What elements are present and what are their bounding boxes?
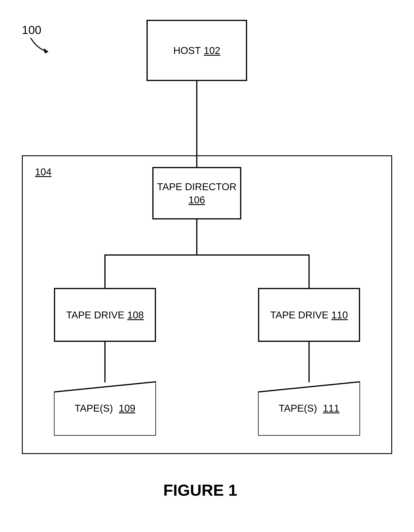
- connector-director-stub: [196, 219, 197, 254]
- tape-director-ref: 106: [189, 194, 205, 205]
- tape-drive-left-block: TAPE DRIVE 108: [54, 288, 156, 342]
- svg-marker-0: [44, 48, 48, 54]
- container-ref: 104: [35, 166, 51, 178]
- tape-drive-right-block: TAPE DRIVE 110: [258, 288, 360, 342]
- connector-to-drive-right: [308, 254, 310, 288]
- diagram-stage: 100 HOST 102 104 TAPE DIRECTOR 106 TAPE …: [0, 0, 414, 532]
- tape-right-block: TAPE(S) 111: [258, 376, 360, 436]
- tape-left-ref: 109: [119, 402, 135, 414]
- figure-ref-number: 100: [22, 23, 41, 37]
- tape-drive-left-name: TAPE DRIVE: [66, 309, 124, 321]
- host-block: HOST 102: [146, 20, 247, 81]
- tape-director-name: TAPE DIRECTOR: [157, 181, 236, 192]
- tape-drive-right-name: TAPE DRIVE: [270, 309, 328, 321]
- tape-left-block: TAPE(S) 109: [54, 376, 156, 436]
- figure-title: FIGURE 1: [163, 481, 237, 499]
- ref-arrow-icon: [29, 37, 52, 55]
- connector-split-bar: [104, 254, 310, 256]
- tape-right-name: TAPE(S): [279, 402, 317, 414]
- tape-right-ref: 111: [323, 402, 339, 414]
- connector-host-to-director: [196, 81, 197, 167]
- tape-drive-left-ref: 108: [127, 309, 144, 321]
- tape-left-name: TAPE(S): [75, 402, 113, 414]
- connector-to-drive-left: [104, 254, 106, 288]
- tape-drive-right-ref: 110: [331, 309, 348, 321]
- host-name: HOST: [173, 45, 201, 56]
- tape-director-block: TAPE DIRECTOR 106: [152, 167, 241, 219]
- host-ref: 102: [204, 45, 220, 56]
